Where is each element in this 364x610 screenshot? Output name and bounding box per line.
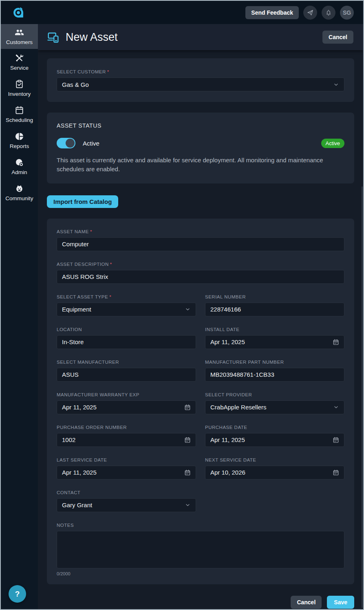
status-description: This asset is currently active and avail…: [57, 156, 344, 174]
form-content: SELECT CUSTOMER* Gas & Go ASSET STATUS A…: [38, 50, 363, 610]
select-customer-dropdown[interactable]: Gas & Go: [57, 77, 344, 91]
field-label: MANUFACTURER PART NUMBER: [205, 360, 344, 365]
sidebar-item-label: Customers: [6, 39, 33, 45]
pie-chart-icon: [15, 132, 24, 141]
calendar-icon: [184, 404, 191, 411]
field-manufacturer: SELECT MANUFACTURER ASUS: [57, 360, 196, 382]
sidebar-item-community[interactable]: Community: [1, 179, 38, 206]
purchase-order-number-input[interactable]: 1002: [57, 433, 196, 447]
field-location: LOCATION In-Store: [57, 327, 196, 349]
field-value: Apr 11, 2025: [210, 338, 329, 345]
field-value: Apr 11, 2025: [210, 436, 329, 443]
label-text: NOTES: [57, 523, 74, 528]
field-asset-name: ASSET NAME* Computer: [57, 229, 344, 251]
asset-name-input[interactable]: Computer: [57, 237, 344, 251]
label-text: PURCHASE ORDER NUMBER: [57, 425, 127, 430]
label-text: SERIAL NUMBER: [205, 294, 246, 299]
asset-type-dropdown[interactable]: Equipment: [57, 303, 196, 316]
field-purchase-order-number: PURCHASE ORDER NUMBER 1002: [57, 425, 196, 447]
sidebar-item-scheduling[interactable]: Scheduling: [1, 101, 38, 127]
required-asterisk: *: [107, 69, 109, 74]
notifications-button[interactable]: [322, 6, 335, 20]
chevron-down-icon: [333, 404, 339, 410]
label-text: CONTACT: [57, 490, 80, 495]
purchase-date-input[interactable]: Apr 11, 2025: [205, 433, 344, 447]
field-notes: NOTES 0/2000: [57, 523, 344, 576]
last-service-date-input[interactable]: Apr 11, 2025: [57, 466, 196, 480]
sidebar-item-label: Scheduling: [6, 117, 33, 123]
notes-char-counter: 0/2000: [57, 571, 344, 576]
sidebar-item-service[interactable]: Service: [1, 49, 38, 75]
import-from-catalog-button[interactable]: Import from Catalog: [47, 195, 118, 208]
label-text: PURCHASE DATE: [205, 425, 247, 430]
sidebar-item-label: Community: [5, 195, 33, 201]
share-button[interactable]: [303, 6, 317, 20]
field-value: Apr 10, 2026: [210, 469, 329, 476]
field-label: INSTALL DATE: [205, 327, 344, 332]
field-label: SERIAL NUMBER: [205, 294, 344, 299]
asset-status-card: ASSET STATUS Active Active This asset is…: [47, 113, 354, 183]
help-button[interactable]: ?: [9, 585, 26, 603]
label-text: NEXT SERVICE DATE: [205, 458, 256, 462]
sidebar-item-reports[interactable]: Reports: [1, 127, 38, 153]
footer-cancel-button[interactable]: Cancel: [291, 596, 322, 609]
field-label: NEXT SERVICE DATE: [205, 458, 344, 462]
label-text: MANUFACTURER WARRANTY EXP: [57, 392, 139, 397]
page-scrollbar[interactable]: [362, 186, 363, 608]
form-grid: ASSET NAME* Computer ASSET DESCRIPTION* …: [57, 229, 344, 576]
label-text: SELECT CUSTOMER: [57, 69, 106, 74]
install-date-input[interactable]: Apr 11, 2025: [205, 335, 344, 349]
label-text: SELECT MANUFACTURER: [57, 360, 119, 365]
provider-dropdown[interactable]: CrabApple Resellers: [205, 400, 344, 414]
tools-icon: [15, 53, 24, 63]
chevron-down-icon: [333, 82, 339, 88]
clipboard-check-icon: [15, 80, 24, 89]
field-value: ASUS: [62, 371, 191, 378]
notes-textarea[interactable]: [57, 531, 344, 568]
field-install-date: INSTALL DATE Apr 11, 2025: [205, 327, 344, 349]
field-warranty-exp: MANUFACTURER WARRANTY EXP Apr 11, 2025: [57, 392, 196, 414]
label-text: INSTALL DATE: [205, 327, 239, 332]
location-input[interactable]: In-Store: [57, 335, 196, 349]
field-value: In-Store: [62, 338, 191, 345]
field-contact: CONTACT Gary Grant: [57, 490, 196, 512]
manufacturer-input[interactable]: ASUS: [57, 368, 196, 382]
sidebar-item-customers[interactable]: Customers: [1, 24, 38, 49]
field-label: SELECT MANUFACTURER: [57, 360, 196, 365]
field-label: PURCHASE DATE: [205, 425, 344, 430]
sidebar-item-admin[interactable]: Admin: [1, 153, 38, 179]
user-avatar[interactable]: SG: [340, 6, 354, 20]
footer-save-button[interactable]: Save: [327, 596, 354, 609]
select-customer-label: SELECT CUSTOMER*: [57, 69, 344, 74]
label-text: ASSET DESCRIPTION: [57, 262, 109, 267]
calendar-icon: [333, 437, 339, 443]
sidebar-item-label: Reports: [10, 143, 29, 149]
contact-dropdown[interactable]: Gary Grant: [57, 498, 196, 512]
field-value: CrabApple Resellers: [210, 404, 330, 411]
serial-number-input[interactable]: 228746166: [205, 303, 344, 316]
field-next-service-date: NEXT SERVICE DATE Apr 10, 2026: [205, 458, 344, 480]
toggle-label: Active: [83, 140, 99, 147]
sidebar-item-label: Service: [10, 65, 29, 71]
app-window: Send Feedback SG Customers: [0, 0, 364, 610]
next-service-date-input[interactable]: Apr 10, 2026: [205, 466, 344, 480]
field-value: Apr 11, 2025: [62, 469, 181, 476]
app-logo-icon[interactable]: [12, 7, 24, 19]
field-label: ASSET DESCRIPTION*: [57, 262, 344, 267]
manufacturer-part-number-input[interactable]: MB2039488761-1CB33: [205, 368, 344, 382]
header-cancel-button[interactable]: Cancel: [322, 31, 353, 44]
field-label: SELECT PROVIDER: [205, 392, 344, 397]
active-toggle[interactable]: [57, 138, 75, 148]
asset-status-label: ASSET STATUS: [57, 122, 344, 129]
field-label: SELECT ASSET TYPE*: [57, 294, 196, 299]
sidebar-item-inventory[interactable]: Inventory: [1, 75, 38, 101]
send-feedback-button[interactable]: Send Feedback: [245, 6, 299, 19]
status-badge: Active: [321, 139, 344, 148]
field-value: ASUS ROG Strix: [62, 273, 339, 280]
calendar-icon: [184, 437, 191, 443]
asset-description-input[interactable]: ASUS ROG Strix: [57, 270, 344, 284]
warranty-exp-input[interactable]: Apr 11, 2025: [57, 400, 196, 414]
main-area: New Asset Cancel SELECT CUSTOMER* Gas & …: [38, 24, 363, 609]
field-label: NOTES: [57, 523, 344, 528]
field-label: ASSET NAME*: [57, 229, 344, 234]
